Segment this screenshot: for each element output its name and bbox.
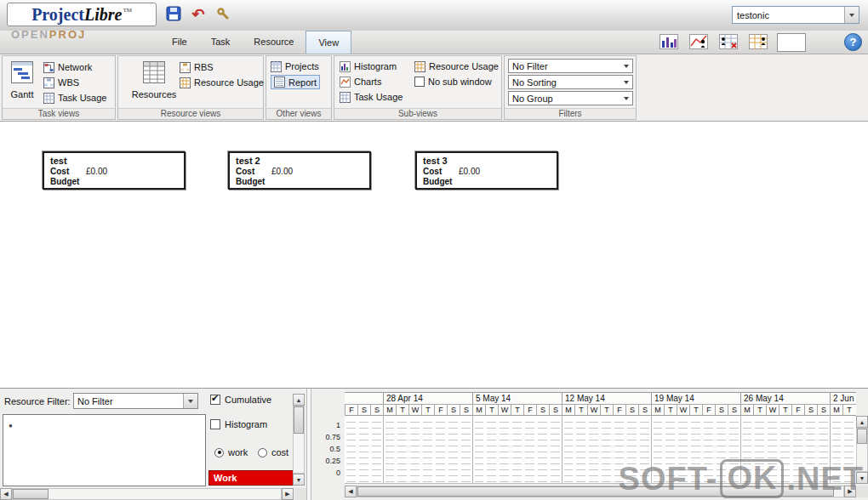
chart-scroll-left-button[interactable]: ◀: [345, 486, 357, 497]
timeline-day-row: FSSMTWTFSSMTWTFSSMTWTFSSMTWTFSSMTWTFSSMT: [345, 405, 856, 416]
left-horizontal-scrollbar-track[interactable]: [12, 488, 282, 500]
scroll-left-button[interactable]: ◀: [0, 488, 12, 500]
chevron-down-icon[interactable]: [183, 394, 197, 408]
project-card-test-2[interactable]: test 2 Cost£0.00 Budget: [228, 151, 371, 190]
settings-wrench-button[interactable]: [213, 4, 233, 25]
timeline-grid-column: [600, 416, 613, 483]
histogram-shortcut-button[interactable]: [658, 33, 680, 52]
blank-swatch-button[interactable]: [777, 33, 806, 52]
projects-view-button[interactable]: Projects: [271, 60, 319, 73]
chart-vertical-scrollbar-thumb[interactable]: [857, 429, 867, 444]
timeline-day-cell: F: [702, 405, 715, 416]
down-arrow-icon: ▼: [296, 477, 302, 483]
project-card-test[interactable]: test Cost£0.00 Budget: [43, 151, 186, 190]
chart-person-icon: [689, 34, 708, 51]
timeline-grid-column: [574, 416, 587, 483]
table-red-x-icon: [719, 34, 738, 51]
task-usage-label: Task Usage: [58, 93, 106, 103]
histogram-checkbox-row[interactable]: Histogram: [210, 419, 267, 429]
chart-y-tick: 1: [336, 422, 340, 429]
resource-usage-view-button[interactable]: Resource Usage: [180, 76, 264, 89]
chevron-down-icon: [620, 97, 632, 100]
projects-icon: [271, 61, 282, 72]
watermark-pre-text: SOFT-: [619, 461, 718, 497]
save-button[interactable]: [163, 4, 184, 25]
project-selector-dropdown[interactable]: testonic: [732, 6, 859, 24]
chart-y-tick: 0.75: [325, 434, 340, 441]
panel-splitter[interactable]: [306, 389, 311, 500]
resource-filter-value: No Filter: [74, 396, 183, 406]
group-filters: No Filter No Sorting No Group Filters: [504, 55, 637, 120]
filter-dropdown[interactable]: No Filter: [508, 59, 633, 73]
timeline-day-cell: S: [357, 405, 370, 416]
help-button[interactable]: ?: [844, 33, 862, 51]
no-sub-window-checkbox[interactable]: [414, 77, 425, 87]
timeline-grid-column: [523, 416, 536, 483]
timeline-day-cell: M: [651, 405, 664, 416]
cost-radio-row[interactable]: cost: [258, 447, 288, 457]
resource-listbox[interactable]: ●: [3, 414, 206, 486]
sub-charts-icon: [340, 77, 351, 88]
card-cost-label: Cost: [423, 167, 459, 176]
openproj-open-text: OPEN: [11, 28, 49, 41]
sub-task-usage-button[interactable]: Task Usage: [340, 90, 403, 104]
tab-task[interactable]: Task: [199, 31, 243, 54]
tab-resource[interactable]: Resource: [242, 31, 306, 54]
chart-scroll-up-button[interactable]: ▲: [856, 416, 868, 428]
sub-charts-label: Charts: [354, 77, 381, 87]
timeline-grid-column: [447, 416, 460, 483]
scroll-right-button[interactable]: ▶: [282, 488, 294, 500]
logo-libre-text: Libre: [84, 5, 122, 25]
left-vertical-scrollbar-thumb[interactable]: [294, 406, 304, 434]
save-icon: [166, 6, 181, 23]
resource-usage-label: Resource Usage: [194, 77, 264, 88]
wbs-view-button[interactable]: WBS: [43, 76, 79, 89]
scroll-down-button[interactable]: ▼: [293, 474, 305, 486]
histogram-checkbox[interactable]: [210, 419, 220, 429]
work-radio-label: work: [228, 447, 248, 457]
chart-y-tick: 0: [336, 469, 340, 477]
tab-view[interactable]: View: [306, 31, 351, 54]
project-card-test-3[interactable]: test 3 Cost£0.00 Budget: [415, 151, 558, 190]
chevron-down-icon[interactable]: [844, 7, 859, 23]
histogram-bars-icon: [660, 34, 678, 51]
network-view-button[interactable]: Network: [43, 60, 92, 74]
sorting-dropdown[interactable]: No Sorting: [508, 75, 633, 89]
sub-resource-usage-button[interactable]: Resource Usage: [414, 60, 499, 73]
timeline-day-cell: M: [830, 405, 842, 416]
task-usage-view-button[interactable]: Task Usage: [43, 91, 106, 105]
chart-y-tick: 0.5: [329, 446, 340, 453]
group-dropdown[interactable]: No Group: [508, 91, 633, 105]
sub-histogram-button[interactable]: Histogram: [340, 60, 397, 73]
left-arrow-icon: ◀: [3, 491, 8, 497]
cumulative-checkbox[interactable]: [210, 395, 220, 405]
no-sub-window-checkbox-row[interactable]: No sub window: [414, 75, 492, 88]
cost-radio[interactable]: [258, 448, 267, 457]
undo-icon: ↶: [191, 7, 204, 22]
rbs-view-button[interactable]: RBS: [180, 60, 214, 74]
task-usage-shortcut-button[interactable]: [717, 33, 740, 52]
left-horizontal-scrollbar-thumb[interactable]: [13, 489, 49, 499]
charts-shortcut-button[interactable]: [688, 33, 710, 52]
tab-file[interactable]: File: [160, 31, 199, 54]
timeline-day-cell: F: [523, 405, 536, 416]
resource-usage-shortcut-button[interactable]: [747, 33, 769, 52]
resources-view-button[interactable]: Resources: [130, 61, 178, 99]
project-card-title: test 3: [423, 156, 551, 166]
logo-tm-text: TM: [123, 7, 132, 14]
work-radio-row[interactable]: work: [214, 447, 248, 457]
report-view-button[interactable]: Report: [271, 75, 320, 89]
sub-task-usage-icon: [340, 92, 351, 103]
sub-charts-button[interactable]: Charts: [340, 75, 381, 88]
work-radio[interactable]: [214, 448, 224, 457]
scroll-up-button[interactable]: ▲: [293, 394, 305, 406]
timeline-week-label: 19 May 14: [651, 393, 694, 404]
group-sub-views: Histogram Charts Task Usage Resource Usa…: [334, 55, 502, 120]
gantt-view-button[interactable]: Gantt: [4, 61, 40, 99]
soft-ok-net-watermark: SOFT- OK .NET: [619, 459, 864, 498]
chevron-down-icon: [620, 65, 632, 68]
cumulative-checkbox-row[interactable]: Cumulative: [210, 395, 271, 405]
resource-filter-dropdown[interactable]: No Filter: [73, 393, 198, 409]
undo-button[interactable]: ↶: [188, 4, 208, 25]
resources-icon: [143, 61, 165, 85]
